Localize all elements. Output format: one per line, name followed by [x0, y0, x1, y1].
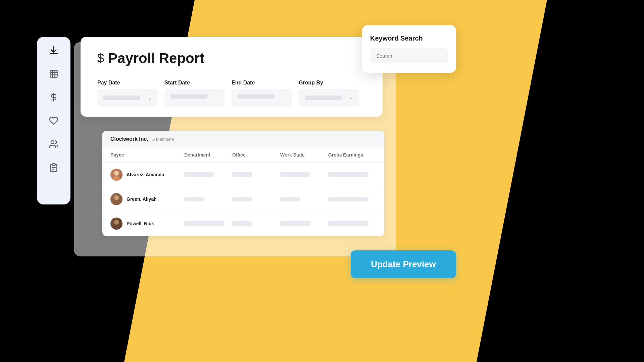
payee-name-nick: Powell, Nick: [127, 221, 154, 226]
sidebar-icon-clipboard[interactable]: [47, 161, 60, 174]
payee-cell-aliyah: Green, Aliyah: [110, 193, 184, 205]
payee-cell-amanda: Alvarez, Amanda: [110, 169, 184, 181]
filter-start-date-select[interactable]: [164, 89, 225, 107]
keyword-search-panel: Keyword Search: [362, 25, 456, 73]
filter-end-date-label: End Date: [232, 80, 292, 86]
filter-group-by-value: [305, 96, 342, 100]
filter-start-date-label: Start Date: [164, 80, 225, 86]
filters-row: Pay Date ⌄ Start Date End Date Group By: [97, 80, 366, 107]
report-card: $ Payroll Report Pay Date ⌄ Start Date E…: [81, 37, 383, 117]
cell-department-1: [184, 172, 232, 177]
cell-department-3: [184, 221, 232, 226]
col-work-state: Work State: [280, 152, 328, 158]
cell-earnings-1: [328, 172, 376, 177]
filter-end-date-select[interactable]: [232, 89, 292, 107]
svg-point-6: [113, 176, 120, 181]
table-section: Clockwork Inc. 8 Members Payee Departmen…: [102, 131, 384, 236]
svg-point-5: [114, 171, 119, 176]
cell-workstate-2: [280, 197, 328, 201]
cell-workstate-1: [280, 172, 328, 177]
avatar-amanda: [110, 169, 122, 181]
payee-name-aliyah: Green, Aliyah: [127, 196, 157, 202]
cell-office-3: [232, 221, 280, 226]
svg-point-8: [113, 200, 120, 205]
col-payee: Payee: [110, 152, 184, 158]
search-input[interactable]: [376, 53, 442, 59]
svg-rect-0: [50, 70, 57, 77]
svg-point-1: [51, 141, 54, 144]
col-office: Office: [232, 152, 280, 158]
cell-earnings-2: [328, 197, 376, 201]
col-gross-earnings: Gross Earnings: [328, 152, 376, 158]
avatar-nick: [110, 218, 122, 230]
report-title: Payroll Report: [108, 50, 204, 66]
filter-pay-date-label: Pay Date: [97, 80, 158, 86]
sidebar-icon-dollar[interactable]: [47, 90, 60, 104]
cell-office-2: [232, 197, 280, 201]
filter-pay-date: Pay Date ⌄: [97, 80, 158, 107]
search-input-wrapper: [370, 48, 448, 63]
filter-group-by: Group By ⌄: [299, 80, 359, 107]
cell-department-2: [184, 197, 232, 201]
table-row: Green, Aliyah: [102, 187, 384, 212]
cell-office-1: [232, 172, 280, 177]
svg-rect-2: [52, 164, 55, 165]
update-preview-button[interactable]: Update Preview: [351, 250, 456, 278]
svg-point-10: [113, 225, 120, 230]
filter-group-by-select[interactable]: ⌄: [299, 89, 359, 107]
filter-pay-date-value: [103, 96, 140, 100]
filter-group-by-label: Group By: [299, 80, 359, 86]
sidebar-icon-building[interactable]: [47, 67, 60, 80]
filter-start-date-value: [170, 94, 207, 99]
sidebar-icon-download[interactable]: [47, 44, 60, 57]
avatar-aliyah: [110, 193, 122, 205]
payee-cell-nick: Powell, Nick: [110, 218, 184, 230]
sidebar: [37, 37, 70, 204]
table-row: Alvarez, Amanda: [102, 163, 384, 187]
filter-end-date: End Date: [232, 80, 292, 107]
filter-pay-date-select[interactable]: ⌄: [97, 89, 158, 107]
filter-start-date: Start Date: [164, 80, 225, 107]
report-dollar-icon: $: [97, 51, 104, 65]
sidebar-icon-team[interactable]: [47, 137, 60, 151]
members-badge: 8 Members: [152, 137, 174, 142]
keyword-search-title: Keyword Search: [370, 35, 448, 42]
filter-end-date-value: [238, 94, 275, 99]
table-group-header: Clockwork Inc. 8 Members: [102, 131, 384, 147]
table-header: Payee Department Office Work State Gross…: [102, 147, 384, 163]
cell-earnings-3: [328, 221, 376, 226]
filter-pay-date-chevron: ⌄: [148, 95, 152, 101]
group-name: Clockwork Inc.: [110, 136, 148, 142]
svg-point-7: [114, 195, 119, 200]
table-row: Powell, Nick: [102, 212, 384, 236]
cell-workstate-3: [280, 221, 328, 226]
filter-group-by-chevron: ⌄: [349, 95, 353, 101]
col-department: Department: [184, 152, 232, 158]
report-header: $ Payroll Report: [97, 50, 366, 66]
payee-name-amanda: Alvarez, Amanda: [127, 172, 164, 177]
sidebar-icon-heart[interactable]: [47, 114, 60, 127]
svg-point-9: [114, 220, 119, 225]
